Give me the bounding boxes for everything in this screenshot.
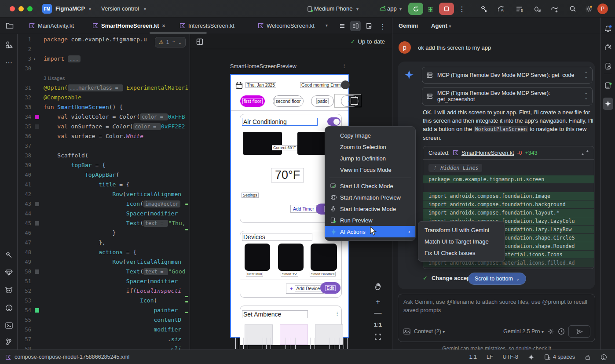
tab-mainactivity[interactable]: MainActivity.kt <box>25 18 78 34</box>
device-tile[interactable] <box>278 244 304 271</box>
tool-call-get-screenshot[interactable]: MCP (Figma Remote Dev Mode MCP Server): … <box>422 87 593 106</box>
todo-list-icon[interactable]: 5 <box>515 4 523 13</box>
ambience-tile[interactable] <box>280 324 308 345</box>
preview-layout-icon[interactable] <box>194 36 205 47</box>
profile-avatar[interactable]: P <box>597 4 608 14</box>
add-device-button[interactable]: ＋ Add Device <box>286 284 324 294</box>
chip-second-floor[interactable]: second floor <box>273 95 304 107</box>
hammer-play-icon[interactable] <box>480 4 488 13</box>
created-file-link[interactable]: SmartHomeScreen.kt <box>461 150 514 156</box>
device-tile[interactable] <box>245 244 270 271</box>
file-encoding[interactable]: UTF-8 <box>503 354 518 360</box>
line-ending[interactable]: LF <box>487 354 493 360</box>
pan-hand-icon[interactable] <box>372 280 384 292</box>
notifications-bell-icon[interactable] <box>603 24 613 34</box>
device-manager-icon[interactable] <box>603 61 613 71</box>
zoom-to-fit-button[interactable] <box>372 331 384 342</box>
context-button[interactable]: Context (2) ▾ <box>414 328 445 335</box>
chat-settings-gear-icon[interactable] <box>547 328 554 335</box>
maximize-window-button[interactable] <box>27 6 33 11</box>
chip-first-floor[interactable]: first floor <box>240 95 265 107</box>
indent-setting[interactable]: 4 spaces <box>544 354 575 360</box>
history-clock-icon[interactable] <box>558 328 565 335</box>
project-folder-icon[interactable] <box>4 20 15 31</box>
profiler-icon[interactable] <box>550 4 559 13</box>
ambience-kebab[interactable]: ⋮ <box>334 310 340 317</box>
menu-item-jump-to-definition[interactable]: Jump to Definition <box>325 153 415 164</box>
code-editor[interactable]: 1package com.example.figmamcp.u23›import… <box>18 35 189 349</box>
split-view-button[interactable] <box>350 21 361 31</box>
chat-input[interactable] <box>403 298 588 322</box>
zoom-out-button[interactable]: — <box>372 307 384 319</box>
tab-welcomescreen[interactable]: WelcomeScreen.kt <box>253 18 319 34</box>
zoom-level-label[interactable]: 1:1 <box>372 319 384 331</box>
inspection-widget[interactable]: ⚠ 1 ⌃ ⌄ <box>155 37 186 47</box>
resource-manager-icon[interactable] <box>4 40 14 50</box>
tab-smarthomescreen[interactable]: SmartHomeScreen.kt × <box>88 18 170 34</box>
menu-item-run-preview[interactable]: Run Preview <box>325 215 415 226</box>
zoom-in-button[interactable]: ＋ <box>372 295 384 307</box>
letter-a-refresh-icon[interactable]: A <box>497 4 506 13</box>
menu-item-start-interactive-mode[interactable]: Start Interactive Mode <box>325 203 415 215</box>
profile-avatar-circle[interactable] <box>341 80 350 89</box>
vcs-menu[interactable]: Version control <box>101 5 139 12</box>
code-view-button[interactable] <box>337 21 348 31</box>
chat-input-box[interactable]: Context (2) ▾ Gemini 2.5 Pro ▾ <box>398 294 595 342</box>
attach-image-icon[interactable] <box>403 328 410 335</box>
device-tile[interactable] <box>311 244 337 271</box>
design-view-button[interactable] <box>363 21 374 31</box>
send-button[interactable] <box>568 325 590 338</box>
bug-arrow-icon[interactable] <box>532 4 541 13</box>
run-button[interactable] <box>408 3 423 15</box>
more-actions-kebab[interactable]: ⋮ <box>458 4 466 13</box>
expand-chevrons-icon[interactable]: ⌃⌄ <box>584 93 588 100</box>
hidden-lines-badge[interactable]: ⋮ Hidden Lines <box>428 164 482 172</box>
close-tab-icon[interactable]: × <box>162 23 165 29</box>
created-file-header[interactable]: Created: SmartHomeScreen.kt -0 +343 <box>423 146 594 160</box>
status-sparkle-icon[interactable] <box>528 354 534 360</box>
model-selector[interactable]: Gemini 2.5 Pro ▾ <box>503 328 544 335</box>
edit-button[interactable]: Edit <box>320 282 340 294</box>
problems-icon[interactable] <box>4 302 14 313</box>
add-timer-button[interactable]: Add Timer <box>290 205 317 213</box>
project-selector[interactable]: FigmaMCP <box>55 5 85 12</box>
menu-item-start-ui-check[interactable]: Start UI Check Mode <box>325 180 415 192</box>
menu-item-start-animation-preview[interactable]: Start Animation Preview <box>325 192 415 203</box>
open-diff-icon[interactable] <box>582 150 589 156</box>
search-icon[interactable] <box>568 4 577 13</box>
caret-position[interactable]: 1:1 <box>469 354 477 360</box>
chat-mode-selector[interactable]: Agent ▾ <box>431 22 451 29</box>
device-selector[interactable]: Medium Phone <box>314 5 352 12</box>
more-tools-icon[interactable]: ⋯ <box>4 57 14 68</box>
tab-list-chevron[interactable]: ▾ <box>326 23 328 28</box>
chip-patio[interactable]: patio <box>311 95 334 107</box>
editor-options-kebab[interactable]: ⋮ <box>378 22 387 31</box>
lock-icon[interactable] <box>585 354 591 360</box>
debug-icon[interactable] <box>426 4 435 13</box>
ac-settings-label[interactable]: Settings <box>242 193 259 198</box>
gemini-tool-icon[interactable] <box>603 98 613 110</box>
gradle-elephant-icon[interactable] <box>603 42 613 53</box>
menu-item-copy-image[interactable]: Copy Image <box>325 130 415 141</box>
ambience-tile[interactable] <box>245 324 273 345</box>
logcat-cat-icon[interactable] <box>4 285 14 295</box>
scroll-to-bottom-button[interactable]: Scroll to bottom⌄ <box>468 273 526 285</box>
prev-warning-chevron[interactable]: ⌃ <box>172 40 175 45</box>
expand-chevrons-icon[interactable]: ⌃⌄ <box>584 72 588 79</box>
error-circle-icon[interactable] <box>600 354 607 360</box>
close-window-button[interactable] <box>10 6 15 11</box>
preview-menu-kebab[interactable]: ⋮ <box>341 62 347 69</box>
menu-item-zoom-to-selection[interactable]: Zoom to Selection <box>325 141 415 153</box>
ac-toggle[interactable] <box>327 117 340 126</box>
tool-call-get-code[interactable]: MCP (Figma Remote Dev Mode MCP Server): … <box>422 67 593 84</box>
run-config-selector[interactable]: app <box>387 5 397 12</box>
menu-item-transform-ui[interactable]: Transform UI with Gemini <box>418 224 505 236</box>
preview-title[interactable]: SmartHomeScreenPreview <box>230 63 297 69</box>
settings-gear-icon[interactable] <box>584 4 593 13</box>
minimize-window-button[interactable] <box>18 6 24 11</box>
git-branch-icon[interactable] <box>4 336 14 347</box>
running-devices-icon[interactable] <box>603 80 613 91</box>
status-file[interactable]: compose-compose-model-1758866285245.xml <box>5 354 129 360</box>
menu-item-match-ui[interactable]: Match UI to Target Image <box>418 236 505 247</box>
menu-item-view-in-focus-mode[interactable]: View in Focus Mode <box>325 164 415 175</box>
